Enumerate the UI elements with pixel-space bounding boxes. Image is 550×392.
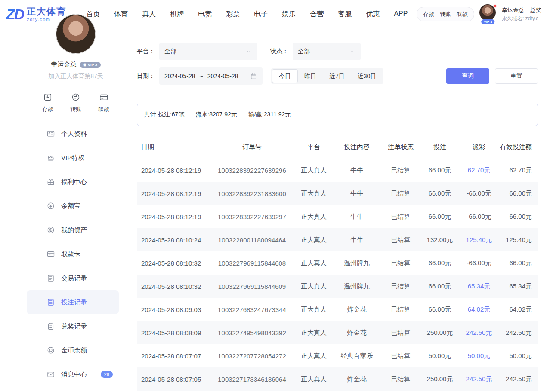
brand-logo[interactable]: ZD 正大体育 zdty.com — [6, 6, 66, 22]
nav-item[interactable]: 电子 — [254, 10, 268, 19]
column-header: 有效投注额 — [500, 143, 538, 151]
cell-status: 已结算 — [380, 306, 421, 314]
main-nav: 首页体育真人棋牌电竞彩票电子娱乐合营客服优惠APP — [86, 10, 408, 19]
nav-item[interactable]: 电竞 — [198, 10, 212, 19]
sidebar-item-label: VIP特权 — [61, 154, 84, 162]
summary-segment: 流水:8207.92元 — [195, 111, 237, 119]
summary-segment: 输/赢:2311.92元 — [248, 111, 291, 119]
sidebar-item-label: 消息中心 — [61, 371, 87, 379]
user-meta: 幸运金总 总奖 永久域名: zdty.c — [502, 6, 550, 22]
cell-date: 2024-05-28 08:08:09 — [137, 329, 210, 337]
nav-item[interactable]: 真人 — [142, 10, 156, 19]
unread-count-badge: 28 — [101, 371, 113, 378]
platform-select[interactable]: 全部 — [159, 43, 257, 60]
nav-item[interactable]: 彩票 — [226, 10, 240, 19]
assets-icon — [46, 226, 55, 234]
platform-filter-label: 平台： — [137, 48, 155, 55]
mail-icon — [46, 370, 55, 379]
nav-item[interactable]: 体育 — [114, 10, 128, 19]
crown-icon: ♛ — [83, 63, 87, 67]
cell-date: 2024-05-28 08:12:19 — [137, 190, 210, 197]
bet-records-table: 日期订单号平台投注内容注单状态投注派彩有效投注额 2024-05-28 08:1… — [137, 135, 538, 391]
cell-content: 炸金花 — [334, 375, 380, 383]
sidebar-item[interactable]: 余额宝 — [27, 194, 119, 218]
quick-range-item[interactable]: 今日 — [272, 69, 298, 83]
betlist-icon — [46, 298, 55, 306]
cell-bet: 66.00元 — [421, 213, 458, 221]
platform-select-value: 全部 — [164, 48, 176, 55]
quick-action[interactable]: 存款 — [42, 92, 53, 113]
cell-payout: -66.00元 — [458, 213, 500, 221]
cell-valid: 66.00元 — [500, 213, 538, 221]
cell-payout: 62.70元 — [458, 166, 500, 175]
sidebar-item[interactable]: 投注记录 — [27, 290, 119, 314]
nav-item[interactable]: 合营 — [310, 10, 324, 19]
sidebar-item[interactable]: VIP特权 — [27, 146, 119, 170]
quick-action[interactable]: 转账 — [70, 92, 81, 113]
quick-range-item[interactable]: 昨日 — [298, 70, 323, 83]
quick-range-item[interactable]: 近30日 — [351, 70, 383, 83]
cell-content: 牛牛 — [334, 213, 380, 221]
quick-action[interactable]: 取款 — [98, 92, 109, 113]
sidebar-item-label: 个人资料 — [61, 130, 87, 138]
sidebar-item-label: 金币余额 — [61, 346, 87, 355]
profile-photo[interactable] — [56, 14, 96, 54]
sidebar-item-label: 兑奖记录 — [61, 322, 87, 331]
sidebar-item[interactable]: 金币余额 — [27, 338, 119, 362]
cell-valid: 66.00元 — [500, 190, 538, 198]
coin-icon — [46, 202, 55, 210]
column-header: 派彩 — [458, 143, 500, 151]
nav-item[interactable]: 客服 — [338, 10, 352, 19]
nav-item[interactable]: 棋牌 — [170, 10, 184, 19]
sidebar-item[interactable]: 兑奖记录 — [27, 314, 119, 338]
sidebar-item[interactable]: 交易记录 — [27, 266, 119, 290]
date-from: 2024-05-28 — [164, 73, 195, 80]
cell-payout: -66.00元 — [458, 190, 500, 198]
sidebar-item[interactable]: 我的资产 — [27, 218, 119, 242]
cell-payout: -66.00元 — [458, 259, 500, 267]
cell-date: 2024-05-28 08:12:19 — [137, 167, 210, 174]
status-select[interactable]: 全部 — [293, 43, 361, 60]
user-avatar[interactable]: VIP 3 — [479, 4, 497, 24]
wallet-action[interactable]: 存款 — [423, 10, 434, 18]
search-button[interactable]: 查询 — [446, 68, 489, 84]
sidebar-item[interactable]: 意见反馈 — [27, 386, 119, 392]
vip-badge: VIP 3 — [481, 19, 494, 24]
cell-valid: 64.02元 — [500, 306, 538, 314]
cell-platform: 正大真人 — [294, 213, 334, 221]
cell-date: 2024-05-28 08:10:32 — [137, 283, 210, 290]
wallet-action[interactable]: 转账 — [440, 10, 451, 18]
cell-bet: 132.00元 — [421, 236, 458, 244]
nav-item[interactable]: APP — [394, 10, 408, 19]
sidebar-item[interactable]: 福利中心 — [27, 170, 119, 194]
wallet-actions-pill: 存款转账取款 — [417, 7, 474, 21]
cell-order: 1003228392227639296 — [210, 167, 294, 174]
table-row: 2024-05-28 08:10:321003227969115844608正大… — [137, 251, 538, 275]
column-header: 订单号 — [210, 143, 294, 151]
cell-valid: 242.50元 — [500, 375, 538, 383]
cell-date: 2024-05-28 08:09:03 — [137, 306, 210, 313]
cell-order: 1003227173346136064 — [210, 376, 294, 383]
quick-range-item[interactable]: 近7日 — [323, 70, 351, 83]
reset-button[interactable]: 重置 — [495, 68, 538, 84]
cell-platform: 正大真人 — [294, 282, 334, 291]
wallet-action[interactable]: 取款 — [457, 10, 468, 18]
sidebar-item[interactable]: 个人资料 — [27, 122, 119, 146]
date-filter-label: 日期： — [137, 72, 155, 80]
date-range-input[interactable]: 2024-05-28 ~ 2024-05-28 — [159, 67, 263, 85]
sidebar-item[interactable]: 消息中心28 — [27, 362, 119, 386]
cell-content: 牛牛 — [334, 166, 380, 175]
quick-range-group: 今日昨日近7日近30日 — [271, 68, 383, 84]
cell-platform: 正大真人 — [294, 329, 334, 337]
cell-payout: 125.40元 — [458, 236, 500, 244]
cell-content: 炸金花 — [334, 329, 380, 337]
user-extra: 总奖 — [530, 6, 541, 15]
nav-item[interactable]: 娱乐 — [282, 10, 296, 19]
nav-item[interactable]: 优惠 — [366, 10, 380, 19]
cell-platform: 正大真人 — [294, 259, 334, 267]
sidebar-item-label: 我的资产 — [61, 226, 87, 234]
sidebar-item[interactable]: 取款卡 — [27, 242, 119, 266]
nav-item[interactable]: 首页 — [86, 10, 100, 19]
cell-bet: 250.00元 — [421, 375, 458, 383]
cell-date: 2024-05-28 08:07:07 — [137, 352, 210, 360]
